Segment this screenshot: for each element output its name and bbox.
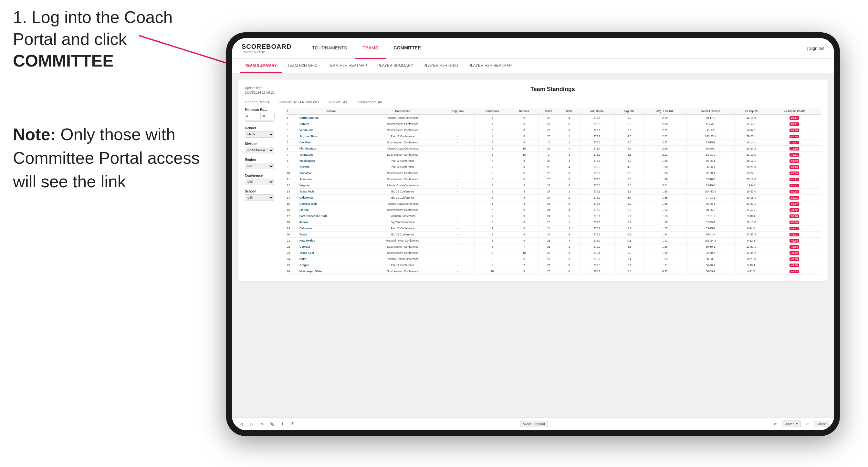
cell-vs-top25: 17-33-3 bbox=[735, 231, 768, 238]
cell-adj-score: 279.5 bbox=[579, 262, 614, 269]
cell-adj-score: 279.1 bbox=[579, 219, 614, 225]
sub-nav-team-summary[interactable]: TEAM SUMMARY bbox=[240, 59, 282, 73]
toolbar-reload-btn[interactable]: ↻ bbox=[258, 420, 266, 428]
table-row[interactable]: 6 Florida State Atlantic Coast Conferenc… bbox=[285, 146, 821, 152]
cell-adj-score: 273.6 bbox=[579, 121, 614, 127]
region-select[interactable]: N/A bbox=[245, 163, 274, 169]
nav-committee[interactable]: COMMITTEE bbox=[386, 38, 429, 59]
cell-rnds: 23 bbox=[538, 201, 559, 207]
table-row[interactable]: 18 Illinois Big Ten Conference - 1 8 23 … bbox=[285, 219, 821, 225]
table-row[interactable]: 13 Texas Tech Big 12 Conference - 1 9 27… bbox=[285, 189, 821, 195]
table-row[interactable]: 24 Duke Atlantic Coast Conference - 5 9 … bbox=[285, 256, 821, 262]
col-reg-rank: Reg Rank bbox=[441, 108, 474, 115]
table-row[interactable]: 19 California Pac-12 Conference - 4 8 24… bbox=[285, 225, 821, 231]
table-row[interactable]: 9 Arizona Pac-12 Conference - 3 8 23 4 2… bbox=[285, 164, 821, 170]
table-row[interactable]: 26 Mississippi State Southeastern Confer… bbox=[285, 269, 821, 275]
toolbar-clock-btn[interactable]: ⏱ bbox=[289, 420, 297, 428]
sub-nav-player-h2h-heatmap[interactable]: PLAYER H2H HEATMAP bbox=[463, 59, 517, 73]
cell-avg-sg: -3.4 bbox=[614, 195, 643, 201]
sidebar: Minimum Ro... Gender Men's bbox=[245, 108, 280, 275]
table-row[interactable]: 2 Auburn Southeastern Conference - 1 9 2… bbox=[285, 121, 821, 127]
sidebar-conference: Conference (All) bbox=[245, 174, 280, 185]
cell-avg-low: 2.37 bbox=[644, 139, 687, 146]
cell-points: 78.71 bbox=[768, 152, 821, 158]
gender-select[interactable]: Men's bbox=[245, 131, 274, 137]
toolbar-eye-btn[interactable]: 👁 bbox=[771, 420, 779, 428]
cell-rank: 9 bbox=[285, 164, 298, 170]
table-row[interactable]: 1 North Carolina Atlantic Coast Conferen… bbox=[285, 115, 821, 121]
cell-conf-rank: 3 bbox=[474, 231, 510, 238]
logo-subtitle: Powered by clippd bbox=[242, 51, 291, 54]
table-row[interactable]: 3 Vanderbilt Southeastern Conference - 2… bbox=[285, 127, 821, 133]
cell-rnds: 27 bbox=[538, 121, 559, 127]
cell-adj-score: 278.7 bbox=[579, 256, 614, 262]
cell-no-tour: 9 bbox=[510, 115, 538, 121]
share-btn[interactable]: Share bbox=[814, 421, 829, 427]
cell-vs-top25: 30-15-1 bbox=[735, 195, 768, 201]
sub-nav-team-h2h-heatmap[interactable]: TEAM H2H HEATMAP bbox=[323, 59, 372, 73]
table-row[interactable]: 11 Arkansas Southeastern Conference - 6 … bbox=[285, 176, 821, 183]
cell-conference: Southern Conference bbox=[364, 213, 441, 219]
min-rounds-from-input[interactable] bbox=[245, 113, 259, 119]
table-row[interactable]: 8 Washington Pac-12 Conference - 2 8 23 … bbox=[285, 158, 821, 164]
cell-adj-score: 276.8 bbox=[579, 183, 614, 189]
table-row[interactable]: 21 New Mexico Mountain West Conference -… bbox=[285, 238, 821, 244]
cell-conference: Atlantic Coast Conference bbox=[364, 183, 441, 189]
min-rounds-to-input[interactable] bbox=[260, 113, 275, 119]
sidebar-school: School (All) bbox=[245, 190, 280, 201]
division-select[interactable]: NCAA Division I bbox=[245, 147, 274, 153]
nav-tournaments[interactable]: TOURNAMENTS bbox=[304, 38, 355, 59]
table-row[interactable]: 7 Tennessee Southeastern Conference - 4 … bbox=[285, 152, 821, 158]
table-row[interactable]: 15 Georgia Tech Atlantic Coast Conferenc… bbox=[285, 201, 821, 207]
sub-nav-player-summary[interactable]: PLAYER SUMMARY bbox=[372, 59, 418, 73]
cell-rank: 7 bbox=[285, 152, 298, 158]
cell-no-tour: 10 bbox=[510, 250, 538, 256]
cell-rnds: 21 bbox=[538, 262, 559, 269]
toolbar-expand-btn[interactable]: ⤢ bbox=[803, 420, 811, 428]
table-row[interactable]: 14 Oklahoma Big 12 Conference - 2 8 24 2… bbox=[285, 195, 821, 201]
cell-school: East Tennessee State bbox=[298, 213, 364, 219]
cell-points: 48.91 bbox=[768, 231, 821, 238]
sign-out-link[interactable]: | Sign out bbox=[807, 46, 825, 51]
table-row[interactable]: 4 Arizona State Pac-12 Conference - 1 8 … bbox=[285, 133, 821, 139]
table-row[interactable]: 10 Alabama Southeastern Conference - 5 8… bbox=[285, 170, 821, 176]
table-row[interactable]: 12 Virginia Atlantic Coast Conference - … bbox=[285, 183, 821, 189]
toolbar-forward-btn[interactable]: ▷ bbox=[247, 420, 255, 428]
cell-rank: 19 bbox=[285, 225, 298, 231]
col-overall: Overall Record bbox=[686, 108, 734, 115]
nav-teams[interactable]: TEAMS bbox=[355, 38, 386, 59]
cell-vs-top25: 16-21-0 bbox=[735, 164, 768, 170]
col-vs-top25: Vs Top 25 bbox=[735, 108, 768, 115]
sub-nav-player-h2h-grid[interactable]: PLAYER H2H GRID bbox=[418, 59, 463, 73]
cell-points: 48.42 bbox=[768, 250, 821, 256]
cell-reg-rank: - bbox=[441, 213, 474, 219]
table-row[interactable]: 5 Ole Miss Southeastern Conference - 3 6… bbox=[285, 139, 821, 146]
toolbar-back-btn[interactable]: ◁ bbox=[237, 420, 245, 428]
cell-points: 48.38 bbox=[768, 262, 821, 269]
sub-nav-team-h2h-grid[interactable]: TEAM H2H GRID bbox=[282, 59, 323, 73]
cell-vs-top25: 12-14-1 bbox=[735, 139, 768, 146]
school-select[interactable]: (All) bbox=[245, 194, 274, 201]
table-row[interactable]: 22 Georgia Southeastern Conference - 8 7… bbox=[285, 244, 821, 250]
table-row[interactable]: 17 East Tennessee State Southern Confere… bbox=[285, 213, 821, 219]
table-row[interactable]: 16 Florida Southeastern Conference - 7 9… bbox=[285, 207, 821, 213]
watch-btn[interactable]: Watch ▾ bbox=[782, 421, 801, 427]
toolbar-bookmark-btn[interactable]: 🔖 bbox=[268, 420, 276, 428]
table-row[interactable]: 20 Texas Big 12 Conference - 3 8 24 6 27… bbox=[285, 231, 821, 238]
table-row[interactable]: 25 Oregon Pac-12 Conference - 5 7 21 0 2… bbox=[285, 262, 821, 269]
rounds-slider[interactable] bbox=[245, 121, 274, 122]
cell-avg-low: 1.53 bbox=[644, 225, 687, 231]
cell-reg-rank: - bbox=[441, 225, 474, 231]
table-row[interactable]: 23 Texas A&M Southeastern Conference - 9… bbox=[285, 250, 821, 256]
cell-rnds: 26 bbox=[538, 127, 559, 133]
cell-avg-sg: -5.0 bbox=[614, 139, 643, 146]
conference-select[interactable]: (All) bbox=[245, 179, 274, 185]
cell-overall: 83-15-0 bbox=[686, 183, 734, 189]
cell-rank: 16 bbox=[285, 207, 298, 213]
view-original-btn[interactable]: View: Original bbox=[520, 421, 548, 427]
cell-conference: Southeastern Conference bbox=[364, 207, 441, 213]
cell-overall: 72-30-1 bbox=[686, 170, 734, 176]
toolbar-share-small-btn[interactable]: ⬆ bbox=[278, 420, 286, 428]
cell-rank: 18 bbox=[285, 219, 298, 225]
cell-avg-sg: -4.6 bbox=[614, 164, 643, 170]
